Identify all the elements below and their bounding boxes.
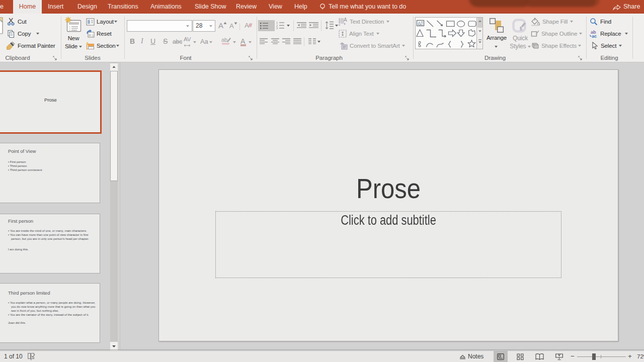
svg-text:A: A [344,18,347,23]
svg-text:ac: ac [592,34,597,38]
svg-text:ab: ab [221,37,227,43]
svg-text:3: 3 [276,27,278,29]
